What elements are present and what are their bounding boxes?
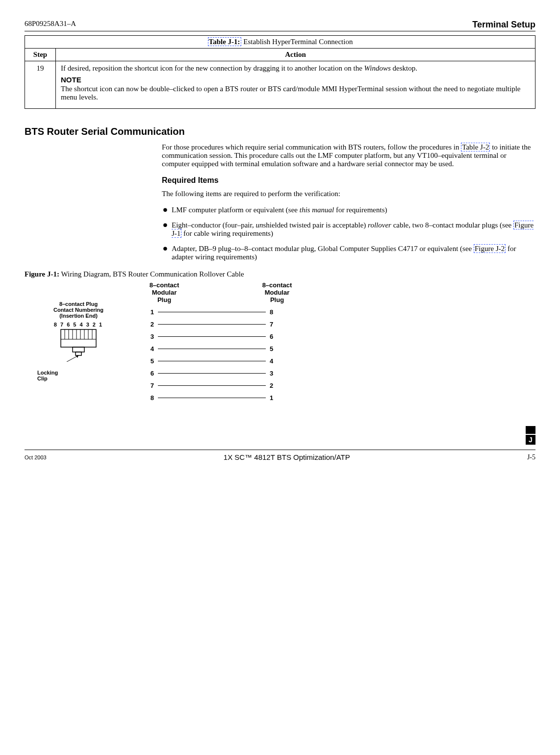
wiring-left-pin: 5	[142, 357, 154, 365]
wiring-rows: 1827364554637281	[142, 308, 299, 402]
footer-page: J-5	[527, 453, 535, 461]
page-header: 68P09258A31–A Terminal Setup	[25, 20, 535, 31]
wiring-right-pin: 4	[270, 357, 281, 365]
table-caption-text: Establish HyperTerminal Connection	[242, 38, 353, 46]
wiring-left-pin: 4	[142, 345, 154, 352]
wiring-left-pin: 8	[142, 394, 154, 402]
wiring-header: 8–contact Modular Plug 8–contact Modular…	[142, 281, 299, 303]
doc-number: 68P09258A31–A	[25, 20, 76, 30]
action-paragraph-2: The shortcut icon can now be double–clic…	[61, 85, 530, 101]
sub-heading: Required Items	[162, 176, 535, 185]
plug-label: 8–contact Plug Contact Numbering (Insert…	[34, 301, 123, 319]
figure-area: 8–contact Plug Contact Numbering (Insert…	[34, 281, 535, 402]
wiring-wire-icon	[158, 312, 266, 312]
page-title: Terminal Setup	[472, 20, 535, 30]
figure-caption-bold: Figure J-1:	[25, 270, 59, 278]
svg-rect-0	[61, 329, 96, 347]
wiring-wire-icon	[158, 398, 266, 398]
wiring-wire-icon	[158, 385, 266, 386]
table-j1-link[interactable]: Table J-1:	[207, 38, 242, 46]
wiring-header-right: 8–contact Modular Plug	[255, 281, 299, 303]
wiring-left-pin: 3	[142, 333, 154, 340]
wiring-wire-icon	[158, 349, 266, 349]
wiring-row: 72	[142, 382, 299, 389]
svg-rect-10	[73, 347, 84, 352]
list-item: Eight–conductor (four–pair, unshielded t…	[162, 221, 535, 238]
footer-date: Oct 2003	[25, 454, 47, 460]
wiring-left-pin: 2	[142, 321, 154, 328]
wiring-right-pin: 8	[270, 308, 281, 316]
pin-numbers: 8 7 6 5 4 3 2 1	[34, 322, 123, 327]
col-action-header: Action	[56, 49, 535, 61]
action-paragraph-1: If desired, reposition the shortcut icon…	[61, 64, 530, 73]
wiring-header-left: 8–contact Modular Plug	[142, 281, 186, 303]
wiring-diagram: 8–contact Modular Plug 8–contact Modular…	[142, 281, 299, 402]
wiring-row: 36	[142, 333, 299, 340]
wiring-row: 81	[142, 394, 299, 402]
wiring-right-pin: 5	[270, 345, 281, 352]
wiring-row: 18	[142, 308, 299, 316]
wiring-row: 63	[142, 370, 299, 377]
plug-diagram: 8–contact Plug Contact Numbering (Insert…	[34, 281, 123, 381]
col-step-header: Step	[25, 49, 56, 61]
section-heading: BTS Router Serial Communication	[25, 126, 535, 137]
page-footer: Oct 2003 1X SC™ 4812T BTS Optimization/A…	[25, 450, 535, 461]
note-label: NOTE	[61, 76, 530, 84]
wiring-row: 27	[142, 321, 299, 328]
wiring-wire-icon	[158, 324, 266, 325]
table-header-row: Step Action	[25, 49, 535, 61]
wiring-row: 45	[142, 345, 299, 352]
wiring-right-pin: 7	[270, 321, 281, 328]
wiring-wire-icon	[158, 361, 266, 361]
wiring-left-pin: 1	[142, 308, 154, 316]
wiring-row: 54	[142, 357, 299, 365]
locking-clip-label: Locking Clip	[34, 370, 123, 381]
footer-center: 1X SC™ 4812T BTS Optimization/ATP	[224, 453, 350, 461]
section-body: For those procedures which require seria…	[162, 143, 535, 261]
svg-rect-11	[76, 352, 81, 355]
figure-caption-text: Wiring Diagram, BTS Router Communication…	[59, 270, 244, 278]
table-caption: Table J-1: Establish HyperTerminal Conne…	[25, 36, 535, 49]
wiring-right-pin: 3	[270, 370, 281, 377]
plug-icon	[54, 327, 103, 362]
wiring-right-pin: 1	[270, 394, 281, 402]
ref-figure-j2-link[interactable]: Figure J-2	[474, 244, 506, 253]
wiring-right-pin: 2	[270, 382, 281, 389]
section-paragraph: For those procedures which require seria…	[162, 143, 535, 168]
wiring-left-pin: 6	[142, 370, 154, 377]
wiring-wire-icon	[158, 336, 266, 337]
wiring-right-pin: 6	[270, 333, 281, 340]
wiring-left-pin: 7	[142, 382, 154, 389]
wiring-wire-icon	[158, 373, 266, 374]
ref-table-j2-link[interactable]: Table J-2	[461, 143, 490, 151]
side-tab-j: J	[526, 435, 535, 445]
required-intro: The following items are required to perf…	[162, 190, 535, 198]
figure-caption: Figure J-1: Wiring Diagram, BTS Router C…	[25, 270, 535, 278]
table-j1: Table J-1: Establish HyperTerminal Conne…	[25, 35, 535, 109]
list-item: Adapter, DB–9 plug–to–8–contact modular …	[162, 245, 535, 261]
side-tab-marker	[526, 426, 535, 434]
action-cell: If desired, reposition the shortcut icon…	[56, 61, 535, 109]
list-item: LMF computer platform or equivalent (see…	[162, 206, 535, 214]
required-items-list: LMF computer platform or equivalent (see…	[162, 206, 535, 261]
table-row: 19 If desired, reposition the shortcut i…	[25, 61, 535, 109]
step-number: 19	[25, 61, 56, 109]
